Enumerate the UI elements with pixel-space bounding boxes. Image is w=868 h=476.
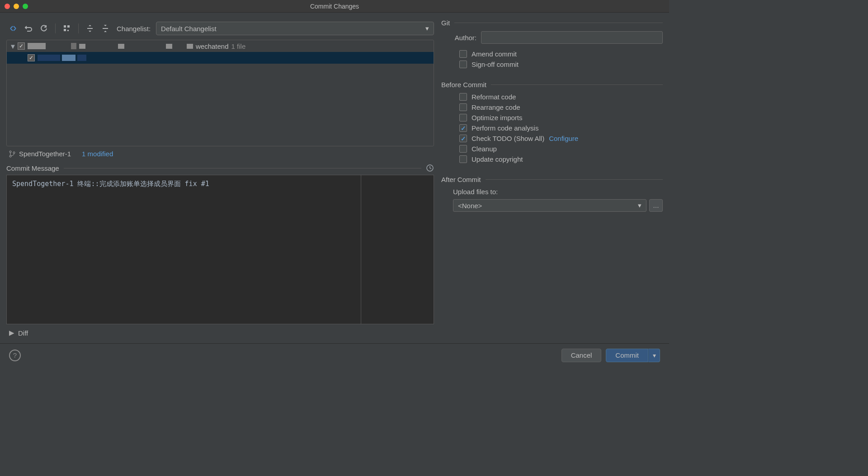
- copyright-label: Update copyright: [472, 155, 523, 163]
- commit-message-side: [361, 175, 434, 324]
- svg-point-7: [9, 155, 11, 157]
- optimize-checkbox[interactable]: [459, 114, 467, 121]
- file-count-hint: 1 file: [231, 42, 246, 50]
- svg-rect-5: [103, 28, 108, 29]
- rearrange-label: Rearrange code: [472, 103, 520, 111]
- cleanup-label: Cleanup: [472, 145, 497, 153]
- folder-icon: [118, 44, 124, 49]
- expand-all-icon[interactable]: [83, 22, 97, 35]
- window-title: Commit Changes: [310, 3, 359, 10]
- tree-root-row[interactable]: ▼ ✓ wechatend 1 file: [7, 40, 434, 52]
- window-close-button[interactable]: [5, 4, 10, 9]
- changelist-select[interactable]: Default Changelist ▾: [156, 22, 434, 35]
- tree-checkbox[interactable]: ✓: [28, 54, 35, 61]
- chevron-down-icon: ▾: [425, 24, 429, 33]
- refresh-icon[interactable]: [37, 22, 51, 35]
- chevron-right-icon: ▶: [9, 329, 14, 337]
- folder-name: wechatend: [196, 42, 229, 50]
- signoff-checkbox[interactable]: [459, 61, 467, 68]
- history-icon[interactable]: [426, 164, 434, 172]
- help-button[interactable]: ?: [9, 350, 21, 361]
- window-zoom-button[interactable]: [23, 4, 28, 9]
- revert-icon[interactable]: [22, 22, 35, 35]
- show-diff-icon[interactable]: [6, 22, 20, 35]
- commit-message-area[interactable]: SpendTogether-1 终端::完成添加账单选择成员界面 fix #1: [6, 175, 434, 324]
- divider: [454, 23, 663, 23]
- diff-label: Diff: [18, 329, 28, 337]
- after-commit-title: After Commit: [441, 176, 481, 183]
- svg-rect-4: [87, 28, 93, 29]
- configure-link[interactable]: Configure: [549, 135, 578, 142]
- author-input[interactable]: [481, 31, 663, 44]
- reformat-label: Reformat code: [472, 93, 516, 101]
- amend-label: Amend commit: [472, 50, 517, 58]
- svg-rect-2: [64, 29, 66, 31]
- commit-message-title: Commit Message: [6, 164, 59, 172]
- before-commit-title: Before Commit: [441, 81, 486, 89]
- commit-dropdown-button[interactable]: ▾: [648, 349, 660, 362]
- svg-rect-1: [67, 25, 70, 28]
- modified-count-link[interactable]: 1 modified: [82, 150, 113, 158]
- changelist-label: Changelist:: [117, 25, 151, 33]
- todo-label: Check TODO (Show All): [472, 135, 544, 142]
- branch-icon: [9, 150, 15, 158]
- branch-bar: SpendTogether-1 1 modified: [6, 146, 434, 161]
- branch-name: SpendTogether-1: [19, 150, 71, 158]
- analysis-checkbox[interactable]: [459, 124, 467, 132]
- copyright-checkbox[interactable]: [459, 155, 467, 163]
- browse-button[interactable]: …: [649, 199, 663, 212]
- toolbar: Changelist: Default Changelist ▾: [6, 19, 434, 38]
- svg-rect-3: [67, 30, 69, 31]
- tree-file-row[interactable]: ✓: [7, 52, 434, 64]
- svg-point-8: [13, 152, 15, 154]
- cancel-button[interactable]: Cancel: [561, 349, 602, 362]
- optimize-label: Optimize imports: [472, 114, 523, 121]
- svg-rect-0: [64, 25, 66, 28]
- analysis-label: Perform code analysis: [472, 124, 538, 132]
- commit-message-text[interactable]: SpendTogether-1 终端::完成添加账单选择成员界面 fix #1: [7, 175, 361, 324]
- changelist-value: Default Changelist: [161, 25, 217, 33]
- upload-label: Upload files to:: [453, 188, 663, 196]
- divider: [64, 168, 421, 168]
- titlebar: Commit Changes: [0, 0, 669, 13]
- upload-select[interactable]: <None> ▾: [453, 199, 646, 212]
- divider: [486, 179, 663, 180]
- window-minimize-button[interactable]: [14, 4, 19, 9]
- author-label: Author:: [450, 34, 476, 42]
- folder-icon: [187, 44, 193, 49]
- upload-value: <None>: [458, 202, 482, 210]
- file-tree[interactable]: ▼ ✓ wechatend 1 file: [6, 40, 434, 146]
- collapse-all-icon[interactable]: [99, 22, 112, 35]
- folder-icon: [166, 44, 172, 49]
- tree-checkbox[interactable]: ✓: [18, 42, 25, 50]
- rearrange-checkbox[interactable]: [459, 103, 467, 111]
- group-by-icon[interactable]: [60, 22, 74, 35]
- commit-button[interactable]: Commit: [606, 349, 648, 362]
- amend-checkbox[interactable]: [459, 50, 467, 58]
- git-section-title: Git: [441, 19, 450, 27]
- diff-section[interactable]: ▶ Diff: [6, 324, 434, 337]
- signoff-label: Sign-off commit: [472, 61, 519, 68]
- todo-checkbox[interactable]: [459, 135, 467, 142]
- chevron-down-icon: ▾: [638, 201, 642, 210]
- folder-icon: [79, 44, 85, 49]
- cleanup-checkbox[interactable]: [459, 145, 467, 153]
- svg-point-6: [9, 151, 11, 153]
- reformat-checkbox[interactable]: [459, 93, 467, 101]
- divider: [491, 84, 663, 85]
- tree-expand-icon[interactable]: ▼: [9, 42, 15, 50]
